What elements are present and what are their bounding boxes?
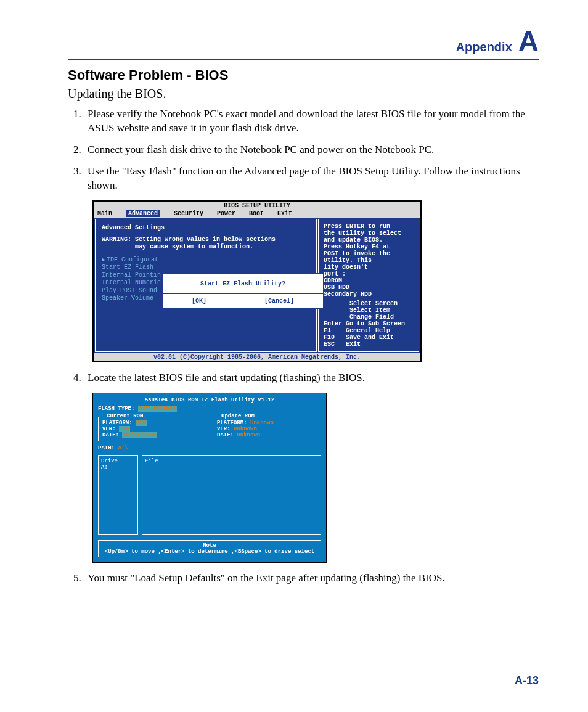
upd-date: Unknown — [237, 432, 260, 438]
instruction-list: Please verify the Notebook PC's exact mo… — [68, 107, 539, 193]
instruction-list-cont: Locate the latest BIOS file and start up… — [68, 371, 539, 385]
current-rom-box: Current ROM PLATFORM: U50 VER: 100 DATE:… — [98, 417, 206, 441]
step-1: Please verify the Notebook PC's exact mo… — [84, 107, 539, 136]
drive-item[interactable]: A: — [101, 464, 135, 470]
step-2: Connect your flash disk drive to the Not… — [84, 143, 539, 157]
ezflash-screenshot: AsusTeK BIOS ROM EZ Flash Utility V1.12 … — [92, 393, 327, 563]
cur-ver: 100 — [119, 426, 130, 432]
step-3: Use the "Easy Flash" function on the Adv… — [84, 165, 539, 193]
step-4: Locate the latest BIOS file and start up… — [84, 371, 539, 385]
path-line: PATH: A:\ — [98, 445, 321, 451]
cur-ver-l: VER: — [102, 426, 116, 432]
upd-platform-l: PLATFORM: — [217, 420, 247, 426]
file-panel[interactable]: File — [142, 455, 321, 535]
bios-key-hints: Select Screen Select Item Change Field E… — [324, 300, 414, 348]
flash-type-line: FLASH TYPE: SST 25LF080 — [98, 406, 321, 412]
current-rom-label: Current ROM — [105, 413, 145, 419]
note-label: Note — [101, 542, 318, 549]
path-value: A:\ — [118, 445, 128, 451]
note-text: <Up/Dn> to move ,<Enter> to determine ,<… — [105, 549, 314, 555]
update-rom-label: Update ROM — [219, 413, 256, 419]
page-number: A-13 — [515, 674, 539, 687]
cur-date: 09/01/2008 — [122, 432, 157, 438]
item-ezflash[interactable]: Start EZ Flash — [102, 264, 310, 272]
cur-platform-l: PLATFORM: — [102, 420, 133, 426]
advanced-settings-heading: Advanced Settings — [102, 224, 310, 231]
section-subtitle: Updating the BIOS. — [68, 87, 539, 101]
appendix-label: Appendix — [456, 40, 512, 54]
flash-type-label: FLASH TYPE: — [98, 406, 134, 412]
path-label: PATH: — [98, 445, 115, 451]
menu-exit[interactable]: Exit — [277, 210, 292, 217]
bios-menu-bar: Main Advanced Security Power Boot Exit — [94, 210, 420, 218]
ok-button[interactable]: [OK] — [192, 298, 206, 305]
ezflash-title: AsusTeK BIOS ROM EZ Flash Utility V1.12 — [98, 397, 321, 403]
drive-label: Drive — [101, 458, 135, 464]
upd-ver-l: VER: — [217, 426, 231, 432]
item-ide[interactable]: IDE Configurat — [107, 256, 158, 263]
file-label: File — [145, 458, 318, 464]
note-panel: Note <Up/Dn> to move ,<Enter> to determi… — [98, 540, 321, 557]
section-title: Software Problem - BIOS — [68, 67, 539, 83]
bios-warning: WARNING: Setting wrong values in below s… — [102, 236, 310, 252]
upd-date-l: DATE: — [217, 432, 234, 438]
bios-footer: v02.61 (C)Copyright 1985-2006, American … — [94, 353, 420, 361]
menu-main[interactable]: Main — [97, 210, 112, 217]
step-5: You must "Load Setup Defaults" on the Ex… — [84, 571, 539, 586]
menu-power[interactable]: Power — [217, 210, 235, 217]
bios-help-text: Press ENTER to run the utility to select… — [324, 223, 414, 298]
page-header: Appendix A — [68, 25, 539, 60]
dialog-title: Start EZ Flash Utility? — [163, 274, 323, 294]
drive-panel[interactable]: Drive A: — [98, 455, 138, 535]
instruction-list-end: You must "Load Setup Defaults" on the Ex… — [68, 571, 539, 586]
update-rom-box: Update ROM PLATFORM: Unknown VER: Unknow… — [213, 417, 321, 441]
cancel-button[interactable]: [Cancel] — [264, 298, 294, 305]
bios-title: BIOS SETUP UTILITY — [94, 202, 420, 210]
bios-help-panel: Press ENTER to run the utility to select… — [318, 219, 419, 352]
cur-platform: U50 — [136, 420, 147, 426]
bios-setup-screenshot: BIOS SETUP UTILITY Main Advanced Securit… — [92, 200, 422, 362]
ezflash-dialog: Start EZ Flash Utility? [OK] [Cancel] — [161, 273, 324, 309]
appendix-letter: A — [518, 25, 539, 57]
upd-platform: Unknown — [250, 420, 274, 426]
flash-type-value: SST 25LF080 — [138, 406, 177, 412]
upd-ver: Unknown — [234, 426, 257, 432]
selection-pointer-icon: ▶ — [102, 256, 105, 263]
menu-advanced[interactable]: Advanced — [126, 210, 160, 217]
menu-boot[interactable]: Boot — [249, 210, 264, 217]
cur-date-l: DATE: — [102, 432, 119, 438]
menu-security[interactable]: Security — [174, 210, 203, 217]
